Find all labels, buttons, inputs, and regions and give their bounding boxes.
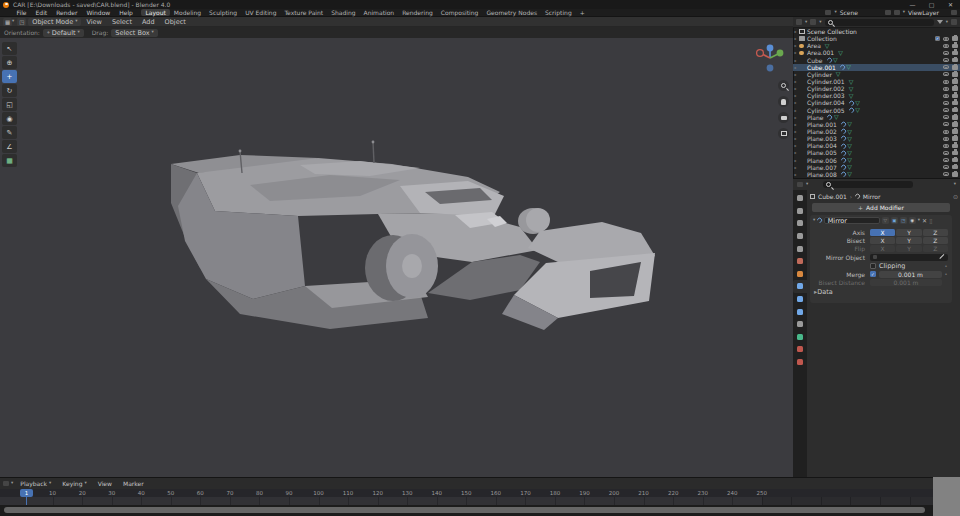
axis-toggle-button[interactable]: Z: [923, 229, 948, 236]
mode-dropdown[interactable]: Object Mode▾: [28, 18, 81, 26]
maximize-button[interactable]: ▢: [922, 0, 941, 9]
menu-item[interactable]: Help: [115, 9, 138, 16]
render-toggle-icon[interactable]: ◉: [909, 217, 916, 224]
disable-render-icon[interactable]: [952, 165, 958, 170]
horizontal-scrollbar[interactable]: [4, 507, 925, 513]
viewport-menu-item[interactable]: Object: [160, 18, 191, 26]
hide-eye-icon[interactable]: [943, 51, 949, 55]
bisect-toggle-button[interactable]: Z: [923, 237, 948, 244]
workspace-tab[interactable]: Scripting: [541, 9, 576, 17]
disable-render-icon[interactable]: [952, 129, 958, 134]
workspace-tab[interactable]: +: [576, 9, 589, 17]
workspace-tab[interactable]: Rendering: [398, 9, 437, 17]
disclosure-icon[interactable]: ▸: [793, 129, 798, 134]
disable-render-icon[interactable]: [952, 158, 958, 163]
outliner-row[interactable]: ▸ Plane.004 ▽ ✓: [793, 142, 960, 149]
outliner-row[interactable]: ▸ Plane.006 ▽ ✓: [793, 157, 960, 164]
minimize-button[interactable]: —: [903, 0, 922, 9]
breadcrumb-object[interactable]: Cube.001: [818, 193, 847, 200]
editor-type-icon[interactable]: ▦: [3, 18, 12, 26]
outliner-row[interactable]: ▸ Area.001 ▽ ✓: [793, 49, 960, 56]
close-button[interactable]: ✕: [941, 0, 960, 9]
car-model[interactable]: [0, 38, 793, 477]
tool-button[interactable]: ▦: [2, 154, 17, 167]
hide-eye-icon[interactable]: [943, 151, 949, 155]
properties-tab[interactable]: [793, 255, 807, 268]
outliner-row[interactable]: ▸ Cylinder.003 ▽ ✓: [793, 92, 960, 99]
properties-tab[interactable]: [793, 318, 807, 331]
camera-view-icon[interactable]: [778, 112, 789, 123]
animate-dot-icon[interactable]: •: [944, 271, 948, 277]
orientation-value-dropdown[interactable]: ⌖ Default ▾: [43, 29, 84, 37]
outliner-row[interactable]: ▸ Cylinder.001 ▽ ✓: [793, 78, 960, 85]
navigation-gizmo[interactable]: [752, 40, 788, 76]
outliner-row[interactable]: ▸ Cylinder ▽ ✓: [793, 71, 960, 78]
properties-tab[interactable]: [793, 205, 807, 218]
viewport-canvas[interactable]: [0, 38, 793, 477]
tool-button[interactable]: +: [2, 70, 17, 83]
delete-modifier-icon[interactable]: ✕: [922, 217, 927, 224]
hide-eye-icon[interactable]: [943, 87, 949, 91]
properties-tab[interactable]: [793, 356, 807, 369]
viewport-menu-item[interactable]: View: [81, 18, 106, 26]
workspace-tab[interactable]: Shading: [327, 9, 359, 17]
outliner-row[interactable]: ▸ Cylinder.004 ▽ ✓: [793, 99, 960, 106]
properties-tab[interactable]: [793, 293, 807, 306]
properties-tab[interactable]: [793, 343, 807, 356]
disclosure-icon[interactable]: ▸: [793, 143, 798, 148]
hide-eye-icon[interactable]: [943, 130, 949, 134]
disclosure-icon[interactable]: ▸: [793, 150, 798, 155]
flip-toggle-button[interactable]: Y: [896, 245, 921, 252]
outliner-display-mode-icon[interactable]: [796, 19, 802, 25]
flip-toggle-button[interactable]: X: [870, 245, 895, 252]
disclosure-icon[interactable]: ▸: [793, 172, 798, 177]
hide-eye-icon[interactable]: [943, 115, 949, 119]
disable-render-icon[interactable]: [952, 79, 958, 84]
viewport-menu-item[interactable]: Select: [107, 18, 137, 26]
bisect-distance-field[interactable]: 0.001 m: [870, 279, 942, 286]
properties-tab[interactable]: [793, 217, 807, 230]
outliner-options-icon[interactable]: [951, 19, 957, 25]
perspective-toggle-icon[interactable]: [778, 128, 789, 139]
blender-logo-icon[interactable]: [3, 2, 9, 8]
tool-button[interactable]: ◉: [2, 112, 17, 125]
hide-eye-icon[interactable]: [943, 122, 949, 126]
outliner-row[interactable]: ▸ Plane ▽ ✓: [793, 114, 960, 121]
tool-button[interactable]: ⊕: [2, 56, 17, 69]
new-scene-icon[interactable]: [885, 10, 891, 16]
hide-eye-icon[interactable]: [943, 158, 949, 162]
workspace-tab[interactable]: Texture Paint: [280, 9, 327, 17]
disclosure-icon[interactable]: ▸: [793, 58, 798, 63]
on-cage-toggle-icon[interactable]: ▽: [882, 217, 889, 224]
disclosure-icon[interactable]: ▸: [793, 93, 798, 98]
menu-item[interactable]: Edit: [31, 9, 52, 16]
chevron-down-icon[interactable]: ▾: [954, 182, 956, 187]
drag-value-dropdown[interactable]: Select Box ▾: [111, 29, 157, 37]
outliner-row[interactable]: ▸ Plane.008 ▽ ✓: [793, 171, 960, 178]
realtime-toggle-icon[interactable]: ◳: [900, 217, 907, 224]
outliner-row[interactable]: ▸ Area ▽ ✓: [793, 42, 960, 49]
disable-render-icon[interactable]: [952, 101, 958, 106]
mirror-object-field[interactable]: [870, 254, 948, 261]
timeline-tracks[interactable]: [0, 497, 933, 505]
chevron-down-icon[interactable]: ▾: [834, 10, 836, 15]
tool-button[interactable]: ↖: [2, 42, 17, 55]
expand-icon[interactable]: ▾: [813, 218, 815, 223]
hide-eye-icon[interactable]: [943, 72, 949, 76]
outliner-filter-icon[interactable]: [810, 19, 816, 25]
drag-handle-icon[interactable]: ⣿: [929, 218, 933, 224]
disclosure-icon[interactable]: ▸: [793, 108, 798, 113]
chevron-down-icon[interactable]: ▾: [12, 19, 14, 24]
extras-dropdown-icon[interactable]: ▾: [918, 218, 920, 223]
menu-item[interactable]: Render: [52, 9, 82, 16]
hide-eye-icon[interactable]: [943, 144, 949, 148]
filter-funnel-icon[interactable]: [937, 20, 943, 24]
outliner-row[interactable]: ▸ Plane.007 ▽ ✓: [793, 164, 960, 171]
disable-render-icon[interactable]: [952, 144, 958, 149]
properties-tab[interactable]: [793, 192, 807, 205]
outliner-row[interactable]: ▸ Collection ▽ ✓: [793, 35, 960, 42]
hide-eye-icon[interactable]: [943, 80, 949, 84]
pan-hand-icon[interactable]: [778, 96, 789, 107]
outliner-row[interactable]: ▸ Plane.003 ▽ ✓: [793, 135, 960, 142]
disable-render-icon[interactable]: [952, 172, 958, 177]
